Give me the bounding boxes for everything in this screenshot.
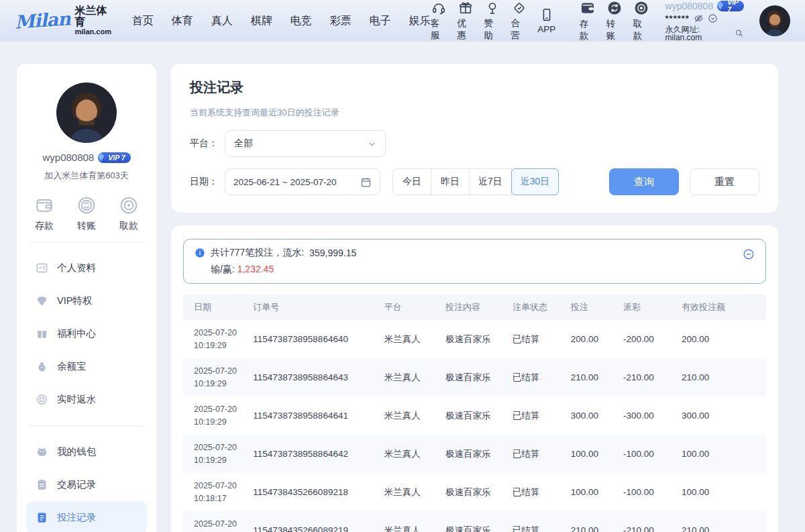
user-info-block: wyp080808 VIP 7 ****** 永久网址: milan.com (665, 1, 744, 42)
magnifier-icon[interactable] (735, 28, 744, 38)
cell-bet: 210.00 (571, 372, 623, 382)
cell-platform: 米兰真人 (384, 372, 445, 384)
clipboard-icon (36, 478, 48, 491)
sidebar-item-rebate[interactable]: 实时返水 (26, 383, 147, 416)
cell-time: 10:19:29 (194, 379, 227, 388)
cell-date: 2025-07-20 (194, 328, 237, 337)
cell-valid: 300.00 (682, 411, 766, 421)
cell-order: 1154738435266089219 (253, 525, 384, 532)
results-card: 共计777笔投注，流水: 359,999.15 输/赢: 1,232.45 日期… (171, 225, 778, 532)
cell-date: 2025-07-20 (194, 366, 237, 376)
cell-bet: 300.00 (571, 411, 623, 421)
cell-payout: -100.00 (623, 449, 682, 459)
nav-item-lottery[interactable]: 彩票 (330, 14, 352, 28)
nav-item-sports[interactable]: 体育 (172, 14, 193, 28)
sidebar-avatar[interactable] (56, 83, 117, 143)
sidebar-deposit-button[interactable]: 存款 (34, 195, 54, 232)
cell-valid: 200.00 (682, 334, 766, 344)
eye-off-icon[interactable] (694, 13, 704, 23)
nav-item-home[interactable]: 首页 (132, 14, 154, 28)
info-icon (195, 248, 205, 258)
transfer-outline-icon (76, 195, 97, 215)
sidebar-item-yuebao[interactable]: 余额宝 (26, 350, 147, 383)
support-label: 客服 (431, 17, 447, 42)
reset-button[interactable]: 重置 (690, 168, 759, 195)
sidebar-item-transactions[interactable]: 交易记录 (26, 468, 147, 501)
cell-content: 极速百家乐 (445, 525, 513, 532)
range-30days-button[interactable]: 近30日 (511, 168, 559, 195)
nav-item-live[interactable]: 真人 (211, 14, 233, 28)
cell-status: 已结算 (513, 410, 571, 422)
partnership-button[interactable]: 合营 (511, 1, 527, 42)
platform-selected-value: 全部 (234, 138, 253, 150)
sponsor-button[interactable]: 赞助 (484, 1, 500, 42)
avatar[interactable] (759, 5, 790, 36)
transfer-label: 转账 (606, 18, 623, 42)
nav-item-esports[interactable]: 电竞 (290, 14, 312, 28)
summary-winloss-value: 1,232.45 (237, 264, 274, 274)
col-header-date: 日期 (183, 301, 253, 313)
sidebar-item-label: 个人资料 (57, 262, 96, 274)
nav-item-slots[interactable]: 电子 (370, 14, 391, 28)
collapse-icon[interactable] (743, 248, 755, 260)
vip-diamond-icon (715, 1, 725, 11)
sidebar-transfer-button[interactable]: 转账 (76, 195, 97, 232)
chevron-circle-icon[interactable] (708, 13, 718, 23)
target-rings-icon (36, 393, 48, 406)
top-right-cluster: 客服 优惠 赞助 合营 APP 存款 转账 取款 (431, 0, 790, 42)
sidebar-withdraw-button[interactable]: 取款 (119, 195, 139, 232)
cell-content: 极速百家乐 (445, 448, 513, 460)
platform-select[interactable]: 全部 (225, 130, 386, 157)
withdraw-outline-icon (119, 195, 139, 215)
main-content: 投注记录 当前系统支持查询最近30日的投注记录 平台： 全部 日期： 2025-… (171, 64, 778, 532)
range-yesterday-button[interactable]: 昨日 (431, 168, 470, 195)
cell-date: 2025-07-20 (194, 443, 237, 452)
sidebar-item-label: 实时返水 (57, 393, 96, 406)
sponsor-label: 赞助 (484, 17, 500, 42)
sidebar-menu-group-1: 个人资料 VIP特权 福利中心 余额宝 实时返水 (26, 252, 147, 416)
deposit-button[interactable]: 存款 (580, 0, 596, 42)
col-header-platform: 平台 (384, 301, 445, 313)
transfer-button[interactable]: 转账 (606, 0, 623, 42)
quick-range-group: 今日 昨日 近7日 近30日 (392, 168, 559, 195)
withdraw-button[interactable]: 取款 (633, 0, 650, 42)
gem-icon (36, 295, 48, 307)
promotions-button[interactable]: 优惠 (458, 1, 474, 42)
support-button[interactable]: 客服 (431, 1, 447, 42)
cell-time: 10:19:29 (194, 456, 227, 465)
cell-order: 1154738738958864641 (253, 411, 384, 421)
sidebar-deposit-label: 存款 (35, 220, 54, 232)
table-row: 2025-07-2010:19:29 1154738738958864640 米… (183, 320, 766, 358)
sidebar-item-label: 交易记录 (57, 478, 96, 491)
sidebar-item-label: VIP特权 (57, 295, 92, 307)
page-title: 投注记录 (190, 78, 759, 97)
date-label: 日期： (190, 176, 218, 188)
sidebar-item-wallet[interactable]: 我的钱包 (26, 435, 147, 468)
col-header-status: 注单状态 (513, 301, 571, 313)
range-today-button[interactable]: 今日 (392, 168, 431, 195)
sidebar-vip-badge[interactable]: VIP 7 (98, 152, 130, 163)
range-7days-button[interactable]: 近7日 (469, 168, 512, 195)
sidebar-item-profile[interactable]: 个人资料 (26, 252, 147, 284)
search-button[interactable]: 查询 (609, 168, 679, 195)
cell-content: 极速百家乐 (445, 372, 513, 384)
app-download-button[interactable]: APP (537, 7, 555, 34)
date-range-input[interactable]: 2025-06-21 ~ 2025-07-20 (225, 168, 380, 195)
sidebar-item-label: 余额宝 (57, 360, 87, 373)
nav-item-cards[interactable]: 棋牌 (251, 14, 272, 28)
sidebar-item-vip[interactable]: VIP特权 (26, 284, 147, 317)
vip-badge[interactable]: VIP 7 (717, 1, 744, 11)
sidebar-item-label: 我的钱包 (57, 445, 96, 458)
sidebar-item-bet-records[interactable]: 投注记录 (26, 501, 147, 532)
main-nav: 首页 体育 真人 棋牌 电竞 彩票 电子 娱乐 (132, 14, 431, 28)
col-header-order: 订单号 (253, 301, 384, 313)
platform-label: 平台： (190, 138, 218, 150)
divider (29, 242, 144, 242)
nav-item-entertainment[interactable]: 娱乐 (409, 14, 431, 28)
cell-payout: -200.00 (623, 334, 682, 344)
sidebar-item-welfare[interactable]: 福利中心 (26, 317, 147, 350)
cell-content: 极速百家乐 (445, 333, 513, 345)
gift-solid-icon (36, 327, 48, 340)
site-logo[interactable]: Milan 米兰体育 milan.com (15, 5, 113, 36)
username-text: wyp080808 (665, 1, 714, 11)
